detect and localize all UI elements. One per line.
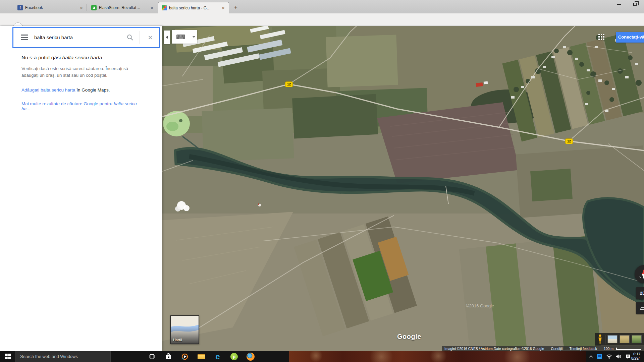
flashscore-icon [91,5,97,10]
maps-results-panel: × Nu s-a putut găsi balta sericu harta V… [0,26,162,351]
firefox-icon[interactable] [243,351,258,362]
tab-close-icon[interactable]: × [79,5,84,11]
street-view-bar [595,333,644,346]
route-badge-12: 12 [285,81,293,87]
imagery-credit: Imagini ©2016 CNES / Astrium,Date cartog… [444,347,544,351]
more-results-line: Mai multe rezultate de căutare Google pe… [21,101,146,111]
tray-app-icon[interactable] [597,354,602,359]
panel-collapse-button[interactable] [164,31,170,44]
scale-bar [616,348,641,350]
collapse-arrow-icon [166,36,168,39]
tray-chevron-icon[interactable] [589,355,593,358]
start-button[interactable] [0,351,15,362]
map-tilt-button[interactable] [636,302,644,314]
task-view-icon[interactable] [144,351,160,362]
media-player-icon[interactable] [177,351,193,362]
keyboard-icon [172,34,190,40]
clock-time: 6:17 [631,352,644,356]
sign-in-button[interactable]: Conectați-vă [616,32,644,43]
photo-thumbnail[interactable] [607,335,618,343]
tab-flashscore[interactable]: FlashScore: Rezultate live f... × [88,2,157,13]
wifi-icon[interactable] [606,354,612,359]
photo-thumbnail[interactable] [620,335,630,343]
terms-link[interactable]: Condiții [551,347,562,351]
new-tab-button[interactable]: + [231,3,241,12]
google-apps-grid-icon[interactable] [598,34,606,41]
photo-thumbnail[interactable] [632,335,642,343]
restore-icon [633,3,637,6]
clock-date: 8/29/ [631,356,644,361]
maps-search-input[interactable] [34,35,120,40]
input-tools-dropdown[interactable] [190,30,197,44]
minimap-label: Hartă [173,338,182,342]
map-2d-button[interactable]: 2D [636,287,644,299]
input-tools-button[interactable] [172,30,197,44]
tab-title: balta sericu harta - Google... [169,6,212,10]
window-minimize-button[interactable] [612,0,626,9]
google-logo: Google [397,333,421,341]
search-hint-text: Verificați dacă este scrisă corect căuta… [21,65,146,79]
windows-taskbar: Search the web and Windows e µ 6:17 [0,351,644,362]
scale-label: 100 m [604,347,613,351]
notifications-icon[interactable] [625,354,631,359]
add-place-link[interactable]: Adăugați balta sericu harta [21,87,75,93]
no-results-message: Nu s-a putut găsi balta sericu harta Ver… [21,55,146,111]
windows-store-icon[interactable] [161,351,176,362]
compass-needle-icon [638,268,644,280]
browser-tab-bar: f Facebook × FlashScore: Rezultate live … [0,0,644,13]
maps-search-focus-ring: × [12,27,160,48]
map-viewport[interactable]: 12 12 Conectați-vă ©2016 Google Google H… [162,26,644,351]
map-mode-toggle[interactable]: Hartă [170,315,199,344]
windows-logo-icon [5,354,11,359]
system-tray [589,351,631,362]
more-results-link[interactable]: Mai multe rezultate de căutare Google pe… [21,101,137,111]
minimize-icon [617,4,621,5]
tab-close-icon[interactable]: × [221,5,226,11]
map-watermark: ©2016 Google [466,303,494,308]
pegman-icon[interactable] [597,334,603,344]
tab-title: Facebook [25,5,43,10]
maps-search-box[interactable]: × [13,28,159,47]
utorrent-icon[interactable]: µ [226,351,242,362]
window-restore-button[interactable] [628,0,642,9]
desktop: f Facebook × FlashScore: Rezultate live … [0,0,644,362]
clear-search-icon[interactable]: × [146,33,155,42]
route-badge-12: 12 [565,138,573,144]
maps-search-icon[interactable] [126,34,133,41]
browser-toolbar: https://www.google.ro/maps/search/balta+… [0,13,644,25]
file-explorer-icon[interactable] [194,351,209,362]
map-attribution-bar: Imagini ©2016 CNES / Astrium,Date cartog… [442,346,644,351]
not-found-heading: Nu s-a putut găsi balta sericu harta [21,55,146,61]
google-maps-icon [161,5,167,11]
add-place-line: Adăugați balta sericu harta în Google Ma… [21,87,146,93]
tab-facebook[interactable]: f Facebook × [14,2,87,13]
page-content: × Nu s-a putut găsi balta sericu harta V… [0,26,644,351]
facebook-icon: f [17,5,23,10]
satellite-imagery[interactable] [162,26,644,351]
desktop-wallpaper-strip [289,351,586,362]
tab-title: FlashScore: Rezultate live f... [99,5,142,10]
tab-google-maps-active[interactable]: balta sericu harta - Google... × [158,2,229,13]
folder-front [198,355,205,359]
edge-browser-icon[interactable]: e [210,351,225,362]
feedback-link[interactable]: Trimiteți feedback [569,347,597,351]
taskbar-search-input[interactable]: Search the web and Windows [15,351,111,362]
menu-hamburger-icon[interactable] [21,35,28,40]
taskbar-clock[interactable]: 6:17 8/29/ [631,352,644,361]
tab-close-icon[interactable]: × [149,5,154,11]
volume-icon[interactable] [616,354,622,359]
